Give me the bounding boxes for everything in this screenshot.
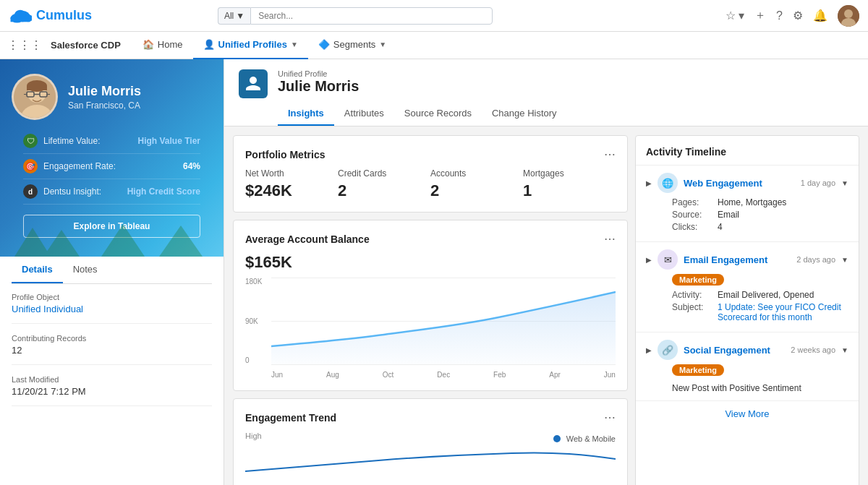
mortgages-label: Mortgages	[523, 168, 616, 179]
avg-balance-menu[interactable]: ⋯	[604, 232, 616, 246]
chart-x-labels: Jun Aug Oct Dec Feb Apr Jun	[271, 371, 616, 379]
web-engagement-icon: 🌐	[658, 173, 678, 193]
view-more-link[interactable]: View More	[725, 408, 769, 419]
trend-high-label: High	[245, 432, 262, 440]
avatar[interactable]	[838, 5, 859, 27]
profile-object-label: Profile Object	[12, 293, 212, 301]
sidebar: Julie Morris San Francisco, CA 🛡 Lifetim…	[0, 59, 224, 485]
metric-accounts: Accounts 2	[430, 168, 523, 200]
bell-icon[interactable]: 🔔	[813, 9, 827, 22]
profile-location: San Francisco, CA	[68, 100, 141, 111]
settings-icon[interactable]: ⚙	[793, 9, 803, 22]
top-nav: Cumulus All ▼ ☆ ▾ ＋ ? ⚙ 🔔	[0, 0, 868, 32]
contributing-records-label: Contributing Records	[12, 334, 212, 343]
engagement-value: 64%	[183, 161, 200, 171]
activity-item-email-header[interactable]: ▶ ✉ Email Engagement 2 days ago ▼	[636, 242, 859, 274]
tab-source-records[interactable]: Source Records	[394, 102, 482, 126]
logo-text: Cumulus	[36, 8, 92, 23]
search-scope-button[interactable]: All ▼	[218, 7, 250, 25]
svg-rect-25	[27, 86, 47, 90]
social-engagement-icon: 🔗	[658, 340, 678, 360]
metric-net-worth: Net Worth $246K	[245, 168, 338, 200]
app-name: Salesforce CDP	[51, 40, 121, 51]
activity-item-social-header[interactable]: ▶ 🔗 Social Engagement 2 weeks ago ▼	[636, 332, 859, 364]
grid-icon[interactable]: ⋮⋮⋮	[7, 38, 42, 52]
metric-credit-cards: Credit Cards 2	[338, 168, 430, 200]
web-pages-key: Pages:	[672, 197, 712, 207]
app-nav: ⋮⋮⋮ Salesforce CDP 🏠 Home 👤 Unified Prof…	[0, 32, 868, 59]
avg-balance-value: $165K	[245, 253, 616, 272]
profiles-tab-label: Unified Profiles	[218, 39, 287, 50]
email-activity-val: Email Delivered, Opened	[718, 290, 814, 300]
profile-object-section: Profile Object Unified Individual	[12, 293, 212, 324]
home-tab-icon: 🏠	[142, 39, 154, 50]
engagement-trend-card: Engagement Trend ⋯ High Web & Mobile	[233, 398, 628, 485]
nav-tab-segments[interactable]: 🔷 Segments ▼	[308, 32, 396, 59]
email-engagement-time: 2 days ago	[796, 255, 835, 264]
email-engagement-details: Marketing Activity: Email Delivered, Ope…	[636, 274, 859, 332]
email-engagement-icon: ✉	[658, 249, 678, 270]
net-worth-label: Net Worth	[245, 168, 338, 179]
add-icon[interactable]: ＋	[754, 8, 766, 23]
chart-area	[271, 278, 616, 364]
profiles-tab-arrow: ▼	[291, 40, 298, 48]
engagement-trend-menu[interactable]: ⋯	[604, 411, 616, 424]
app-logo[interactable]: Cumulus	[9, 8, 92, 24]
credit-cards-label: Credit Cards	[338, 168, 430, 179]
web-source-row: Source: Email	[672, 210, 848, 220]
web-chevron-right: ▼	[841, 179, 848, 187]
profile-avatar	[12, 74, 58, 120]
profile-info: Julie Morris San Francisco, CA	[12, 74, 212, 120]
chart-y-labels: 180K 90K 0	[245, 278, 271, 364]
metric-row-engagement: 🎯 Engagement Rate: 64%	[23, 154, 200, 179]
tab-change-history[interactable]: Change History	[482, 102, 567, 126]
profiles-tab-icon: 👤	[203, 39, 215, 50]
portfolio-metrics-menu[interactable]: ⋯	[604, 147, 616, 161]
web-source-key: Source:	[672, 210, 712, 220]
search-scope-chevron: ▼	[236, 11, 244, 21]
notes-tab[interactable]: Notes	[63, 257, 108, 283]
x-label-jun1: Jun	[271, 371, 283, 379]
activity-section: Activity Timeline ▶ 🌐 Web Engagement 1 d…	[635, 135, 859, 485]
metric-row-lifetime: 🛡 Lifetime Value: High Value Tier	[23, 129, 200, 154]
avg-balance-title: Average Account Balance	[245, 233, 370, 245]
tab-attributes[interactable]: Attributes	[334, 102, 394, 126]
favorites-icon[interactable]: ☆ ▾	[726, 9, 744, 22]
profile-header: Julie Morris San Francisco, CA 🛡 Lifetim…	[0, 59, 224, 257]
dentsu-value: High Credit Score	[127, 186, 200, 197]
x-label-jun2: Jun	[604, 371, 616, 379]
tab-insights[interactable]: Insights	[278, 102, 334, 126]
profile-object-value[interactable]: Unified Individual	[12, 304, 212, 314]
dentsu-icon: d	[23, 184, 38, 199]
legend-label-web: Web & Mobile	[566, 434, 616, 443]
engagement-label: Engagement Rate:	[43, 161, 116, 171]
social-engagement-details: Marketing New Post with Positive Sentime…	[636, 364, 859, 400]
nav-tab-unified-profiles[interactable]: 👤 Unified Profiles ▼	[193, 32, 308, 59]
search-scope-label: All	[224, 11, 234, 21]
activity-list: ▶ 🌐 Web Engagement 1 day ago ▼ Pages: Ho…	[636, 166, 859, 401]
trend-legend: Web & Mobile	[553, 434, 616, 443]
mortgages-value: 1	[523, 181, 616, 200]
search-input[interactable]	[250, 7, 493, 25]
profile-metrics: 🛡 Lifetime Value: High Value Tier 🎯 Enga…	[12, 120, 212, 205]
credit-cards-value: 2	[338, 181, 430, 200]
email-badge: Marketing	[672, 274, 724, 286]
contributing-records-section: Contributing Records 12	[12, 334, 212, 365]
y-label-0: 0	[245, 356, 271, 364]
nav-tab-home[interactable]: 🏠 Home	[132, 32, 193, 59]
main-content: Unified Profile Julie Morris Insights At…	[224, 59, 868, 485]
social-chevron: ▶	[646, 346, 652, 354]
svg-marker-11	[43, 230, 80, 257]
activity-item-web-header[interactable]: ▶ 🌐 Web Engagement 1 day ago ▼	[636, 166, 859, 197]
details-tab[interactable]: Details	[12, 257, 63, 283]
portfolio-metrics-grid: Net Worth $246K Credit Cards 2 Accounts …	[245, 168, 616, 200]
x-label-oct: Oct	[383, 371, 394, 379]
profile-banner-icon	[239, 69, 268, 98]
avg-balance-header: Average Account Balance ⋯	[245, 232, 616, 246]
metric-row-dentsu: d Dentsu Insight: High Credit Score	[23, 179, 200, 205]
web-clicks-val: 4	[718, 222, 723, 232]
help-icon[interactable]: ?	[776, 9, 783, 22]
web-clicks-key: Clicks:	[672, 222, 712, 232]
social-chevron-right: ▼	[841, 346, 848, 354]
email-subject-link[interactable]: 1 Update: See your FICO Credit Scorecard…	[718, 302, 848, 322]
